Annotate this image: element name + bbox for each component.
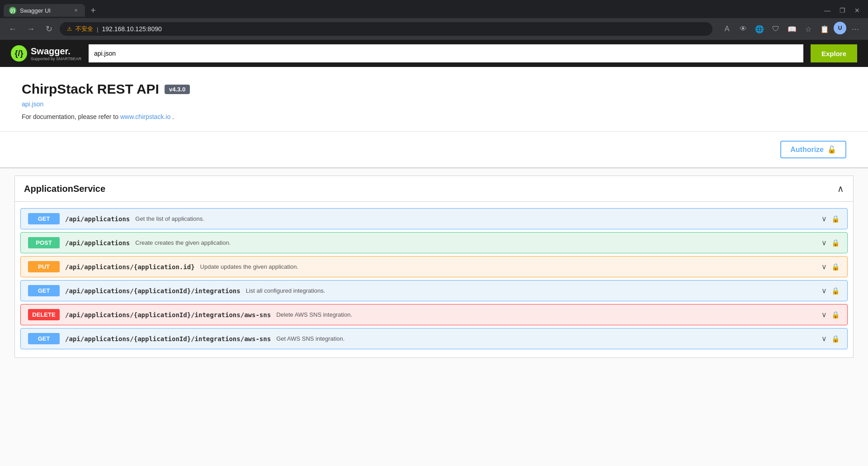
endpoint-chevron-3: ∨ bbox=[821, 286, 827, 295]
authorize-button-label: Authorize bbox=[790, 146, 824, 154]
forward-button[interactable]: → bbox=[24, 22, 38, 36]
collections-icon[interactable]: 📋 bbox=[817, 22, 832, 36]
extension2-icon[interactable]: 🌐 bbox=[752, 22, 767, 36]
endpoint-lock-2: 🔒 bbox=[831, 263, 840, 271]
api-spec-link[interactable]: api.json bbox=[22, 100, 846, 108]
endpoint-path-5: /api/applications/{applicationId}/integr… bbox=[65, 335, 271, 342]
endpoint-path-0: /api/applications bbox=[65, 215, 130, 223]
tab-label: Swagger UI bbox=[20, 7, 69, 14]
active-tab[interactable]: {/} Swagger UI × bbox=[4, 4, 85, 17]
version-badge: v4.3.0 bbox=[165, 85, 190, 94]
swagger-logo-text-block: Swagger. Supported by SMARTBEAR bbox=[31, 46, 81, 61]
url-bar[interactable]: ⚠ 不安全 | 192.168.10.125:8090 bbox=[60, 22, 712, 36]
authorize-row: Authorize 🔓 bbox=[0, 132, 868, 168]
toolbar-icons: A 👁 🌐 🛡 📖 ☆ 📋 U ⋯ bbox=[720, 22, 863, 36]
endpoint-put-applications[interactable]: PUT /api/applications/{application.id} U… bbox=[20, 256, 848, 277]
method-badge-get-2: GET bbox=[28, 285, 60, 296]
new-tab-button[interactable]: + bbox=[87, 4, 99, 17]
url-separator: | bbox=[97, 26, 98, 33]
swagger-header: {/} Swagger. Supported by SMARTBEAR Expl… bbox=[0, 40, 868, 67]
endpoint-chevron-0: ∨ bbox=[821, 214, 827, 223]
url-text: 192.168.10.125:8090 bbox=[102, 25, 161, 33]
translate-icon[interactable]: A bbox=[720, 22, 734, 36]
extension3-icon[interactable]: 🛡 bbox=[769, 22, 783, 36]
endpoint-lock-5: 🔒 bbox=[831, 335, 840, 343]
endpoint-lock-0: 🔒 bbox=[831, 215, 840, 223]
minimize-button[interactable]: — bbox=[821, 6, 833, 15]
browser-chrome: {/} Swagger UI × + — ❐ ✕ ← → ↻ ⚠ 不安全 | 1… bbox=[0, 0, 868, 40]
description-prefix: For documentation, please refer to bbox=[22, 113, 120, 120]
endpoint-lock-4: 🔒 bbox=[831, 311, 840, 319]
window-controls: — ❐ ✕ bbox=[821, 6, 864, 15]
description-suffix: . bbox=[172, 113, 174, 120]
endpoint-desc-2: Update updates the given application. bbox=[200, 263, 816, 270]
endpoint-chevron-5: ∨ bbox=[821, 334, 827, 343]
swagger-icon-text: {/} bbox=[14, 49, 23, 58]
security-warning-icon: ⚠ bbox=[67, 26, 72, 32]
endpoint-desc-4: Delete AWS SNS integration. bbox=[276, 311, 816, 318]
endpoint-desc-3: List all configured integrations. bbox=[246, 287, 816, 294]
endpoint-path-1: /api/applications bbox=[65, 239, 130, 247]
api-title-row: ChirpStack REST API v4.3.0 bbox=[22, 81, 846, 97]
application-service-section: ApplicationService ∧ GET /api/applicatio… bbox=[14, 176, 854, 358]
tab-close-button[interactable]: × bbox=[72, 7, 80, 14]
endpoint-get-applications[interactable]: GET /api/applications Get the list of ap… bbox=[20, 208, 848, 229]
endpoint-chevron-4: ∨ bbox=[821, 310, 827, 319]
back-button[interactable]: ← bbox=[5, 22, 20, 36]
endpoint-actions-5: ∨ 🔒 bbox=[821, 334, 840, 343]
close-window-button[interactable]: ✕ bbox=[852, 6, 863, 15]
swagger-search-input[interactable] bbox=[89, 44, 803, 62]
swagger-logo: {/} Swagger. Supported by SMARTBEAR bbox=[11, 45, 81, 62]
api-info-section: ChirpStack REST API v4.3.0 api.json For … bbox=[0, 67, 868, 132]
method-badge-get: GET bbox=[28, 213, 60, 224]
endpoint-desc-0: Get the list of applications. bbox=[135, 215, 816, 222]
insecure-label: 不安全 bbox=[75, 25, 93, 33]
api-sections: ApplicationService ∧ GET /api/applicatio… bbox=[0, 168, 868, 369]
refresh-button[interactable]: ↻ bbox=[42, 22, 56, 36]
endpoint-path-2: /api/applications/{application.id} bbox=[65, 263, 195, 271]
endpoint-actions-1: ∨ 🔒 bbox=[821, 238, 840, 247]
favorites-icon[interactable]: ☆ bbox=[801, 22, 816, 36]
maximize-button[interactable]: ❐ bbox=[837, 6, 848, 15]
service-title: ApplicationService bbox=[24, 184, 105, 194]
api-description: For documentation, please refer to www.c… bbox=[22, 113, 846, 120]
endpoint-actions-0: ∨ 🔒 bbox=[821, 214, 840, 223]
endpoint-post-applications[interactable]: POST /api/applications Create creates th… bbox=[20, 232, 848, 253]
lock-icon: 🔓 bbox=[827, 145, 836, 154]
endpoint-actions-4: ∨ 🔒 bbox=[821, 310, 840, 319]
endpoint-path-4: /api/applications/{applicationId}/integr… bbox=[65, 311, 271, 319]
page-content: ChirpStack REST API v4.3.0 api.json For … bbox=[0, 67, 868, 453]
explore-button[interactable]: Explore bbox=[811, 44, 857, 62]
endpoint-get-integrations[interactable]: GET /api/applications/{applicationId}/in… bbox=[20, 280, 848, 301]
method-badge-post: POST bbox=[28, 237, 60, 248]
immersive-reader-icon[interactable]: 📖 bbox=[785, 22, 799, 36]
endpoint-delete-aws-sns[interactable]: DELETE /api/applications/{applicationId}… bbox=[20, 304, 848, 325]
profile-avatar[interactable]: U bbox=[834, 22, 846, 34]
swagger-logo-text: Swagger. bbox=[31, 46, 81, 57]
method-badge-get-3: GET bbox=[28, 333, 60, 344]
endpoints-list: GET /api/applications Get the list of ap… bbox=[15, 202, 853, 357]
endpoint-chevron-1: ∨ bbox=[821, 238, 827, 247]
swagger-logo-icon: {/} bbox=[11, 45, 27, 62]
service-header[interactable]: ApplicationService ∧ bbox=[15, 176, 853, 202]
settings-icon[interactable]: ⋯ bbox=[848, 22, 863, 36]
endpoint-path-3: /api/applications/{applicationId}/integr… bbox=[65, 287, 241, 295]
tab-bar: {/} Swagger UI × + — ❐ ✕ bbox=[0, 0, 868, 18]
swagger-logo-sub: Supported by SMARTBEAR bbox=[31, 57, 81, 61]
method-badge-put: PUT bbox=[28, 261, 60, 272]
endpoint-actions-3: ∨ 🔒 bbox=[821, 286, 840, 295]
endpoint-desc-5: Get AWS SNS integration. bbox=[276, 335, 816, 342]
address-bar: ← → ↻ ⚠ 不安全 | 192.168.10.125:8090 A 👁 🌐 … bbox=[0, 18, 868, 40]
api-title: ChirpStack REST API bbox=[22, 81, 159, 97]
endpoint-chevron-2: ∨ bbox=[821, 262, 827, 271]
authorize-button[interactable]: Authorize 🔓 bbox=[780, 141, 846, 158]
endpoint-desc-1: Create creates the given application. bbox=[135, 239, 816, 246]
endpoint-get-aws-sns[interactable]: GET /api/applications/{applicationId}/in… bbox=[20, 328, 848, 349]
method-badge-delete: DELETE bbox=[28, 309, 60, 320]
endpoint-lock-1: 🔒 bbox=[831, 239, 840, 247]
extension1-icon[interactable]: 👁 bbox=[736, 22, 750, 36]
tab-favicon: {/} bbox=[9, 7, 16, 14]
doc-link[interactable]: www.chirpstack.io bbox=[120, 113, 170, 120]
endpoint-lock-3: 🔒 bbox=[831, 287, 840, 295]
endpoint-actions-2: ∨ 🔒 bbox=[821, 262, 840, 271]
